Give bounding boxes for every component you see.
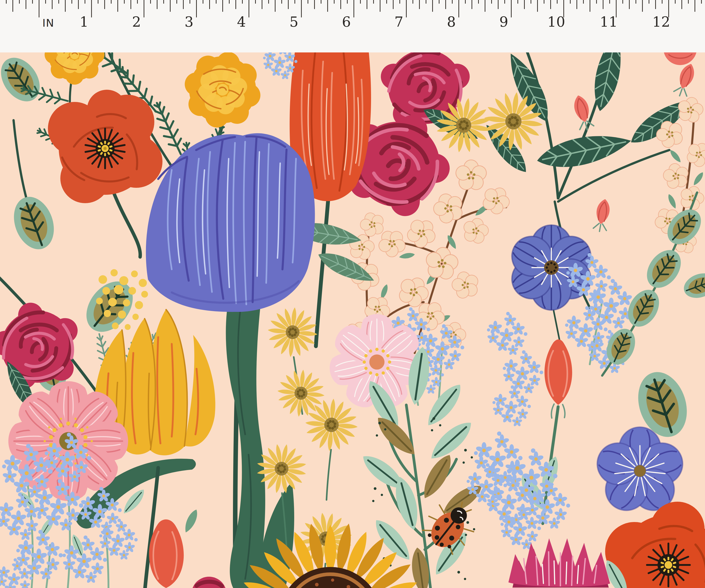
fabric-swatch-photo: IN123456789101112 [0, 0, 705, 588]
ruler-scale: IN123456789101112 [0, 0, 705, 52]
ruler-inch-label: 4 [237, 13, 246, 30]
ruler-inch-label: 11 [600, 13, 618, 30]
ruler-inch-label: 7 [394, 13, 403, 30]
ruler-inch-label: 2 [132, 13, 141, 30]
ruler-unit-label: IN [42, 17, 54, 29]
ruler-ticks [6, 0, 702, 17]
ruler-inch-label: 12 [652, 13, 670, 30]
fabric-print [0, 52, 705, 588]
ruler-inch-label: 5 [289, 13, 298, 30]
inch-ruler: IN123456789101112 [0, 0, 705, 53]
ruler-inch-label: 1 [80, 13, 88, 30]
ruler-inch-label: 3 [185, 13, 193, 30]
ruler-inch-label: 10 [547, 13, 565, 30]
ruler-inch-label: 8 [447, 13, 456, 30]
ruler-inch-label: 6 [342, 13, 351, 30]
ruler-inch-label: 9 [500, 13, 508, 30]
